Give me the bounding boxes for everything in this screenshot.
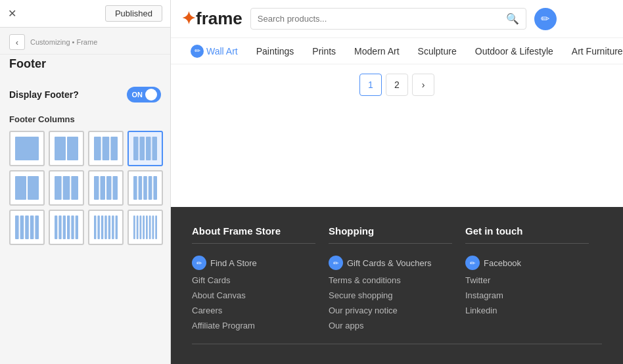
page-next-btn[interactable]: › bbox=[412, 74, 434, 96]
footer-col-1: About Frame Store ✏ Find A Store Gift Ca… bbox=[192, 225, 329, 333]
svg-rect-6 bbox=[133, 137, 139, 160]
svg-rect-21 bbox=[143, 176, 147, 200]
grid-option-4[interactable] bbox=[9, 170, 45, 206]
grid-option-11[interactable] bbox=[127, 210, 163, 245]
footer-instagram[interactable]: Instagram bbox=[465, 288, 589, 303]
site-footer: About Frame Store ✏ Find A Store Gift Ca… bbox=[171, 207, 623, 364]
grid-option-1[interactable] bbox=[49, 131, 84, 166]
svg-rect-25 bbox=[20, 216, 24, 239]
footer-linkedin[interactable]: Linkedin bbox=[465, 303, 589, 318]
edit-badge[interactable]: ✏ bbox=[534, 8, 557, 30]
svg-rect-1 bbox=[55, 137, 66, 160]
footer-col-3-main-link[interactable]: ✏ Facebook bbox=[465, 253, 589, 273]
footer-col-3: Get in touch ✏ Facebook Twitter Instagra… bbox=[465, 225, 602, 333]
svg-rect-36 bbox=[97, 216, 99, 239]
footer-col-2-main-link[interactable]: ✏ Gift Cards & Vouchers bbox=[329, 253, 452, 273]
svg-rect-10 bbox=[15, 176, 26, 200]
site-header: ✦frame 🔍 ✏ bbox=[171, 0, 623, 38]
nav-item-paintings[interactable]: Paintings bbox=[247, 39, 304, 63]
svg-rect-49 bbox=[155, 216, 157, 239]
close-button[interactable]: ✕ bbox=[8, 7, 16, 20]
footer-terms[interactable]: Terms & conditions bbox=[329, 273, 452, 288]
footer-columns: About Frame Store ✏ Find A Store Gift Ca… bbox=[192, 225, 602, 333]
footer-gift-cards[interactable]: Gift Cards bbox=[192, 273, 315, 288]
toggle-on-text: ON bbox=[132, 91, 143, 99]
search-bar[interactable]: 🔍 bbox=[250, 8, 526, 30]
svg-rect-33 bbox=[71, 216, 74, 239]
back-button[interactable]: ‹ bbox=[9, 34, 25, 50]
svg-rect-29 bbox=[55, 216, 57, 239]
search-icon[interactable]: 🔍 bbox=[506, 12, 519, 25]
published-button[interactable]: Published bbox=[105, 5, 162, 22]
footer-apps[interactable]: Our apps bbox=[329, 318, 452, 333]
grid-option-8[interactable] bbox=[9, 210, 45, 245]
footer-col-2: Shopping ✏ Gift Cards & Vouchers Terms &… bbox=[329, 225, 465, 333]
page-btn-2[interactable]: 2 bbox=[386, 74, 408, 96]
nav-item-modern-art[interactable]: Modern Art bbox=[345, 39, 408, 63]
svg-rect-16 bbox=[101, 176, 106, 200]
svg-rect-26 bbox=[25, 216, 29, 239]
search-input[interactable] bbox=[258, 14, 506, 24]
display-footer-label: Display Footer? bbox=[9, 89, 79, 100]
footer-col-1-main-link[interactable]: ✏ Find A Store bbox=[192, 253, 315, 273]
logo: ✦frame bbox=[181, 9, 242, 29]
grid-options bbox=[9, 131, 161, 245]
footer-facebook-icon: ✏ bbox=[465, 256, 480, 270]
svg-rect-41 bbox=[116, 216, 118, 239]
svg-rect-14 bbox=[71, 176, 78, 200]
grid-option-7[interactable] bbox=[127, 170, 163, 206]
svg-rect-34 bbox=[76, 216, 78, 239]
svg-rect-45 bbox=[143, 216, 145, 239]
breadcrumb-section: ‹ Customizing • Frame bbox=[0, 28, 170, 55]
svg-rect-42 bbox=[133, 216, 135, 239]
svg-rect-18 bbox=[113, 176, 118, 200]
breadcrumb: Customizing • Frame bbox=[30, 38, 97, 46]
svg-rect-13 bbox=[63, 176, 70, 200]
svg-rect-48 bbox=[152, 216, 154, 239]
footer-affiliate[interactable]: Affiliate Program bbox=[192, 318, 315, 333]
footer-col-1-title: About Frame Store bbox=[192, 225, 315, 244]
footer-facebook-label: Facebook bbox=[484, 258, 521, 268]
svg-rect-40 bbox=[112, 216, 114, 239]
footer-careers[interactable]: Careers bbox=[192, 303, 315, 318]
nav-item-sculpture[interactable]: Sculpture bbox=[409, 39, 466, 63]
top-bar: ✕ Published bbox=[0, 0, 170, 28]
grid-option-3[interactable] bbox=[127, 131, 163, 166]
grid-option-2[interactable] bbox=[88, 131, 124, 166]
nav-item-outdoor-&-lifestyle[interactable]: Outdoor & Lifestyle bbox=[466, 39, 563, 63]
page-btn-1[interactable]: 1 bbox=[359, 74, 382, 96]
svg-rect-22 bbox=[149, 176, 152, 200]
svg-rect-37 bbox=[101, 216, 103, 239]
footer-col-2-title: Shopping bbox=[329, 225, 452, 244]
grid-option-9[interactable] bbox=[49, 210, 84, 245]
footer-secure-shopping[interactable]: Secure shopping bbox=[329, 288, 452, 303]
left-panel: ✕ Published ‹ Customizing • Frame Footer… bbox=[0, 0, 171, 364]
footer-col-3-title: Get in touch bbox=[465, 225, 589, 244]
display-footer-toggle[interactable]: ON bbox=[127, 87, 161, 102]
footer-about-canvas[interactable]: About Canvas bbox=[192, 288, 315, 303]
nav-item-prints[interactable]: Prints bbox=[303, 39, 345, 63]
svg-rect-31 bbox=[63, 216, 66, 239]
svg-rect-2 bbox=[67, 137, 78, 160]
svg-rect-23 bbox=[153, 176, 157, 200]
svg-rect-12 bbox=[55, 176, 62, 200]
grid-option-5[interactable] bbox=[49, 170, 84, 206]
footer-gift-vouchers-icon: ✏ bbox=[329, 256, 343, 270]
grid-option-10[interactable] bbox=[88, 210, 124, 245]
footer-find-store-icon: ✏ bbox=[192, 256, 206, 270]
grid-option-0[interactable] bbox=[9, 131, 45, 166]
footer-bottom bbox=[192, 344, 602, 351]
content-area: 12› bbox=[171, 64, 623, 207]
footer-privacy[interactable]: Our privacy notice bbox=[329, 303, 452, 318]
toggle-circle bbox=[145, 89, 157, 101]
svg-rect-4 bbox=[103, 137, 110, 160]
svg-rect-0 bbox=[15, 137, 39, 160]
svg-rect-17 bbox=[106, 176, 112, 200]
grid-option-6[interactable] bbox=[88, 170, 124, 206]
footer-twitter[interactable]: Twitter bbox=[465, 273, 589, 288]
panel-body: Display Footer? ON Footer Columns bbox=[0, 78, 170, 364]
nav-item-art-furniture[interactable]: Art Furniture bbox=[563, 39, 623, 63]
nav-item-wall-art[interactable]: ✏ Wall Art bbox=[181, 38, 247, 64]
svg-rect-15 bbox=[94, 176, 99, 200]
footer-columns-label: Footer Columns bbox=[9, 114, 161, 124]
